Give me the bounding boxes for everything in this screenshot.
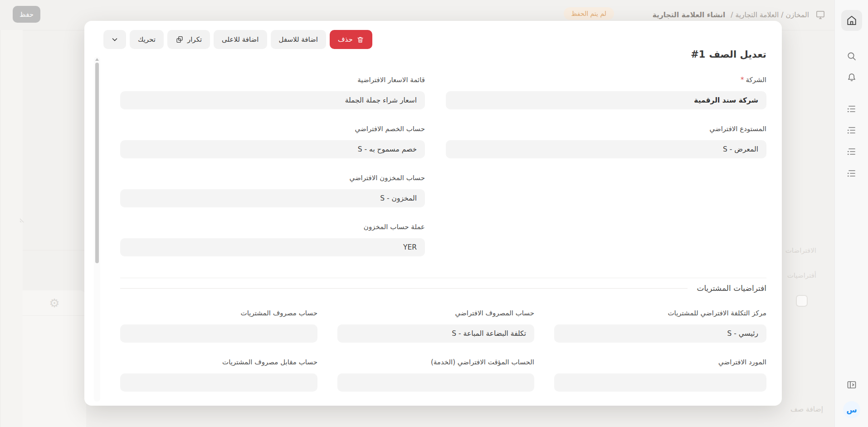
purchase-fields-grid: مركز التكلفة الافتراضي للمشتريات رئيسي -… (120, 309, 766, 407)
list-icon (846, 124, 858, 136)
app-sidebar: س (834, 0, 868, 427)
delete-button[interactable]: حذف (330, 30, 372, 49)
field-default-price-list: قائمة الاسعار الافتراضية اسعار شراء جملة… (120, 76, 425, 109)
field-company: الشركة* شركة سند الرقمية (446, 76, 766, 109)
sidebar-item-search[interactable] (835, 51, 868, 62)
purchase-column-middle: حساب المصروف الافتراضي تكلفة البضاعة الم… (337, 309, 534, 407)
home-icon (841, 10, 862, 31)
list-icon (846, 146, 858, 157)
field-label: الشركة* (446, 76, 766, 84)
scrollbar-up-arrow[interactable] (95, 58, 99, 61)
bg-section-divider (23, 250, 86, 250)
bg-settings-card-header: ⚙ (23, 290, 86, 316)
purchase-expense-account-input[interactable] (120, 324, 317, 343)
trash-icon (356, 36, 364, 44)
default-price-list-label: قائمة الاسعار الافتراضية (120, 76, 425, 84)
default-inventory-account-label: حساب المخزون الافتراضي (120, 174, 425, 182)
default-warehouse-input[interactable]: المعرض - S (446, 140, 766, 158)
edit-row-modal: تعديل الصف #1 حذف اضافة للاسفل اضافة للا… (84, 21, 782, 406)
modal-scrollbar[interactable] (94, 57, 100, 402)
more-actions-button[interactable] (103, 30, 126, 49)
sidebar-item-notifications[interactable] (835, 72, 868, 83)
field-purchase-expense-account: حساب مصروف المشتريات (120, 309, 317, 343)
field-default-cost-center: مركز التكلفة الافتراضي للمشتريات رئيسي -… (554, 309, 766, 343)
bg-checkbox[interactable] (796, 295, 808, 307)
modal-title-text: تعديل الصف (709, 49, 766, 60)
default-expense-account-input[interactable]: تكلفة البضاعة المباعة - S (337, 324, 534, 343)
company-label: الشركة (746, 76, 766, 84)
search-icon (846, 51, 857, 62)
gear-icon[interactable]: ⚙ (49, 296, 59, 310)
stock-account-currency-input[interactable]: YER (120, 238, 425, 256)
purchase-defaults-section-title: افتراضيات المشتريات (697, 284, 766, 293)
company-input[interactable]: شركة سند الرقمية (446, 91, 766, 109)
field-default-provisional-account: الحساب المؤقت الافتراضي (الخدمة) (337, 358, 534, 392)
breadcrumb[interactable]: المخازن / العلامة التجارية / انشاء العلا… (653, 8, 826, 22)
bg-left-panel (0, 30, 23, 427)
default-supplier-input[interactable] (554, 373, 766, 392)
resize-handle-icon[interactable] (19, 216, 26, 223)
edit-row-form: الشركة* شركة سند الرقمية المستودع الافتر… (120, 76, 766, 407)
move-label: تحريك (138, 35, 156, 44)
bg-settings-card: ⚙ (23, 290, 86, 427)
bell-icon (846, 72, 857, 83)
modal-title: تعديل الصف #1 (691, 49, 766, 60)
default-price-list-input[interactable]: اسعار شراء جملة الجملة (120, 91, 425, 109)
default-discount-account-label: حساب الخصم الافتراضي (120, 125, 425, 133)
purchase-expense-account-label: حساب مصروف المشتريات (120, 309, 317, 317)
column-left: قائمة الاسعار الافتراضية اسعار شراء جملة… (120, 76, 425, 272)
sidebar-item-list-4[interactable] (835, 167, 868, 179)
default-warehouse-label: المستودع الافتراضي (446, 125, 766, 133)
field-stock-account-currency: عملة حساب المخزون YER (120, 223, 425, 256)
chevron-down-icon (111, 35, 119, 44)
default-cost-center-input[interactable]: رئيسي - S (554, 324, 766, 343)
field-purchase-expense-contra-account: حساب مقابل مصروف المشتريات (120, 358, 317, 392)
list-icon (846, 167, 858, 179)
copy-icon (176, 35, 184, 44)
sidebar-collapse-toggle[interactable] (835, 379, 868, 390)
page-root: { "topbar": { "save": "حفظ", "breadcrumb… (0, 0, 868, 427)
avatar-initial: س (843, 401, 860, 418)
purchase-expense-contra-account-input[interactable] (120, 373, 317, 392)
add-below-label: اضافة للاسفل (279, 35, 318, 44)
sidebar-item-list-3[interactable] (835, 146, 868, 157)
add-row-button[interactable]: إضافة صف (790, 405, 823, 413)
sidebar-item-list-1[interactable] (835, 103, 868, 115)
section-divider (120, 278, 766, 278)
user-avatar[interactable]: س (835, 401, 868, 418)
breadcrumb-path[interactable]: المخازن / العلامة التجارية / (731, 11, 809, 19)
breadcrumb-current: انشاء العلامة التجارية (653, 11, 726, 19)
default-discount-account-input[interactable]: خصم مسموح به - S (120, 140, 425, 158)
purchase-column-right: مركز التكلفة الافتراضي للمشتريات رئيسي -… (554, 309, 766, 407)
default-provisional-account-label: الحساب المؤقت الافتراضي (الخدمة) (337, 358, 534, 366)
field-default-supplier: المورد الافتراضي (554, 358, 766, 392)
sidebar-collapse-icon (846, 379, 857, 390)
sidebar-item-home[interactable] (835, 10, 868, 31)
default-supplier-label: المورد الافتراضي (554, 358, 766, 366)
field-default-discount-account: حساب الخصم الافتراضي خصم مسموح به - S (120, 125, 425, 158)
duplicate-button[interactable]: تكرار (167, 30, 210, 49)
field-default-warehouse: المستودع الافتراضي المعرض - S (446, 125, 766, 158)
add-above-label: اضافة للاعلى (222, 35, 258, 44)
scrollbar-thumb[interactable] (95, 63, 99, 263)
purchase-column-left: حساب مصروف المشتريات حساب مقابل مصروف ال… (120, 309, 317, 407)
save-button[interactable]: حفظ (13, 6, 40, 23)
duplicate-label: تكرار (187, 35, 202, 44)
default-inventory-account-input[interactable]: المخزون - S (120, 189, 425, 207)
bg-defaults-label-1: الافتراضات (785, 246, 816, 255)
field-default-expense-account: حساب المصروف الافتراضي تكلفة البضاعة الم… (337, 309, 534, 343)
field-default-inventory-account: حساب المخزون الافتراضي المخزون - S (120, 174, 425, 207)
top-fields-grid: الشركة* شركة سند الرقمية المستودع الافتر… (120, 76, 766, 272)
modal-toolbar: حذف اضافة للاسفل اضافة للاعلى تكرار تحري… (103, 30, 372, 49)
purchase-defaults-section-header[interactable]: افتراضيات المشتريات (120, 284, 766, 293)
stock-account-currency-label: عملة حساب المخزون (120, 223, 425, 231)
unsaved-status-badge: لم يتم الحفظ (564, 7, 614, 20)
modal-title-row-number: #1 (691, 49, 705, 60)
default-provisional-account-input[interactable] (337, 373, 534, 392)
move-button[interactable]: تحريك (130, 30, 164, 49)
add-above-button[interactable]: اضافة للاعلى (214, 30, 267, 49)
add-below-button[interactable]: اضافة للاسفل (271, 30, 327, 49)
default-cost-center-label: مركز التكلفة الافتراضي للمشتريات (554, 309, 766, 317)
sidebar-item-list-2[interactable] (835, 124, 868, 136)
section-header-line (120, 288, 688, 289)
